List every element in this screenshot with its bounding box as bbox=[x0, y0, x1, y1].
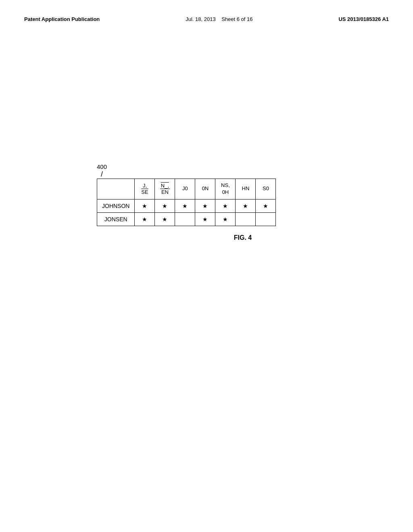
table-row: JOHNSON ★ ★ ★ ★ ★ ★ ★ bbox=[97, 199, 276, 212]
row-name-jonsen: JONSEN bbox=[97, 212, 135, 226]
cell-johnson-hn: ★ bbox=[236, 199, 256, 212]
cell-jonsen-ns-oh: ★ bbox=[215, 212, 236, 226]
data-table: J, SE N_, EN J0 0N NS,0H bbox=[97, 179, 276, 226]
cell-johnson-n-en: ★ bbox=[155, 199, 175, 212]
header-publication-label: Patent Application Publication bbox=[24, 16, 100, 22]
cell-johnson-s0: ★ bbox=[256, 199, 276, 212]
cell-jonsen-j0 bbox=[175, 212, 195, 226]
cell-jonsen-hn bbox=[236, 212, 256, 226]
page-header: Patent Application Publication Jul. 18, … bbox=[24, 16, 389, 22]
cell-johnson-j0: ★ bbox=[175, 199, 195, 212]
col-header-s0: S0 bbox=[256, 179, 276, 200]
cell-johnson-on: ★ bbox=[195, 199, 215, 212]
figure-number-label: 400 bbox=[97, 163, 107, 170]
header-sheet: Sheet 6 of 16 bbox=[221, 16, 252, 22]
cell-jonsen-on: ★ bbox=[195, 212, 215, 226]
cell-johnson-j-se: ★ bbox=[135, 199, 155, 212]
header-date: Jul. 18, 2013 bbox=[186, 16, 215, 22]
header-date-sheet: Jul. 18, 2013 Sheet 6 of 16 bbox=[186, 16, 252, 22]
table-header-row: J, SE N_, EN J0 0N NS,0H bbox=[97, 179, 276, 200]
figure-content-area: 400 / J, SE bbox=[97, 163, 389, 241]
col-header-n-en: N_, EN bbox=[155, 179, 175, 200]
col-header-empty bbox=[97, 179, 135, 200]
col-header-j0: J0 bbox=[175, 179, 195, 200]
cell-jonsen-s0 bbox=[256, 212, 276, 226]
cell-jonsen-n-en: ★ bbox=[155, 212, 175, 226]
col-header-hn: HN bbox=[236, 179, 256, 200]
table-row: JONSEN ★ ★ ★ ★ bbox=[97, 212, 276, 226]
col-header-ns-oh: NS,0H bbox=[215, 179, 236, 200]
row-name-johnson: JOHNSON bbox=[97, 199, 135, 212]
figure-caption: FIG. 4 bbox=[97, 234, 389, 241]
col-header-on: 0N bbox=[195, 179, 215, 200]
cell-jonsen-j-se: ★ bbox=[135, 212, 155, 226]
data-table-wrapper: J, SE N_, EN J0 0N NS,0H bbox=[97, 179, 276, 226]
col-header-j-se: J, SE bbox=[135, 179, 155, 200]
header-patent-number: US 2013/0185326 A1 bbox=[338, 16, 389, 22]
cell-johnson-ns-oh: ★ bbox=[215, 199, 236, 212]
page: Patent Application Publication Jul. 18, … bbox=[0, 0, 413, 532]
